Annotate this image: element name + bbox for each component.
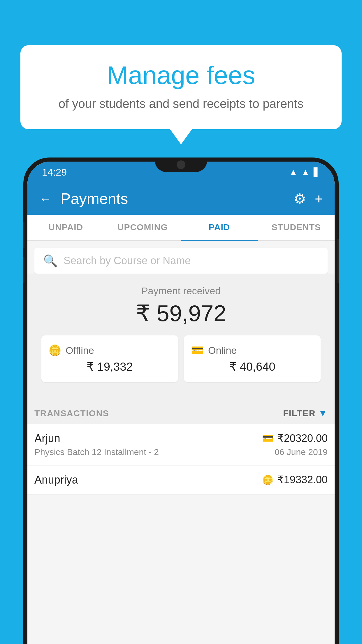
- tab-students[interactable]: STUDENTS: [258, 215, 335, 241]
- app-bar: ← Payments ⚙ +: [27, 183, 335, 215]
- offline-label: Offline: [66, 345, 94, 356]
- add-icon[interactable]: +: [315, 191, 323, 207]
- payment-type-icon: 🪙: [262, 474, 274, 485]
- transaction-amount-wrapper: 🪙 ₹19332.00: [262, 474, 328, 486]
- status-icons: ▲ ▲ ▋: [289, 167, 320, 177]
- phone-screen: 14:29 ▲ ▲ ▋ ← Payments ⚙ + UNPAID UPCO: [27, 162, 335, 644]
- search-icon: 🔍: [43, 254, 58, 268]
- transaction-detail: Physics Batch 12 Installment - 2 06 June…: [34, 447, 328, 457]
- total-payment-amount: ₹ 59,972: [34, 300, 328, 327]
- online-card-header: 💳 Online: [191, 344, 314, 356]
- payment-cards: 🪙 Offline ₹ 19,332 💳 Online ₹ 40,640: [34, 335, 328, 391]
- table-row[interactable]: Anupriya 🪙 ₹19332.00: [27, 466, 335, 495]
- tab-bar: UNPAID UPCOMING PAID STUDENTS: [27, 215, 335, 241]
- page-title: Payments: [61, 190, 285, 207]
- bubble-title: Manage fees: [38, 61, 324, 90]
- phone-frame: 14:29 ▲ ▲ ▋ ← Payments ⚙ + UNPAID UPCO: [23, 158, 339, 644]
- status-time: 14:29: [42, 167, 67, 178]
- search-placeholder: Search by Course or Name: [64, 255, 191, 267]
- bubble-subtitle: of your students and send receipts to pa…: [38, 96, 324, 112]
- filter-icon: ▼: [319, 408, 328, 418]
- main-content: 🔍 Search by Course or Name Payment recei…: [27, 241, 335, 644]
- offline-amount: ₹ 19,332: [48, 360, 171, 373]
- tab-unpaid[interactable]: UNPAID: [27, 215, 104, 241]
- back-button[interactable]: ←: [39, 191, 52, 206]
- front-camera: [177, 160, 185, 169]
- transaction-course: Physics Batch 12 Installment - 2: [34, 447, 159, 457]
- transaction-date: 06 June 2019: [275, 447, 328, 457]
- transactions-header: TRANSACTIONS FILTER ▼: [27, 400, 335, 424]
- volume-down-button: [23, 257, 24, 283]
- filter-button[interactable]: FILTER ▼: [283, 408, 328, 418]
- transaction-amount: ₹19332.00: [277, 474, 328, 486]
- offline-payment-card: 🪙 Offline ₹ 19,332: [41, 335, 178, 382]
- speech-bubble: Manage fees of your students and send re…: [20, 45, 342, 129]
- transaction-row-top: Arjun 💳 ₹20320.00: [34, 432, 328, 445]
- signal-icon: ▲: [301, 167, 310, 177]
- payment-received-label: Payment received: [34, 285, 328, 297]
- online-label: Online: [208, 345, 237, 356]
- transaction-list: Arjun 💳 ₹20320.00 Physics Batch 12 Insta…: [27, 424, 335, 495]
- wifi-icon: ▲: [289, 167, 298, 177]
- tab-upcoming[interactable]: UPCOMING: [104, 215, 181, 241]
- volume-up-button: [23, 222, 24, 248]
- tab-paid[interactable]: PAID: [181, 215, 258, 241]
- transactions-label: TRANSACTIONS: [34, 408, 109, 418]
- online-amount: ₹ 40,640: [191, 360, 314, 373]
- search-bar[interactable]: 🔍 Search by Course or Name: [34, 248, 328, 274]
- table-row[interactable]: Arjun 💳 ₹20320.00 Physics Batch 12 Insta…: [27, 424, 335, 466]
- phone-notch: [155, 158, 207, 172]
- transaction-amount: ₹20320.00: [277, 432, 328, 444]
- online-payment-card: 💳 Online ₹ 40,640: [184, 335, 321, 382]
- transaction-amount-wrapper: 💳 ₹20320.00: [262, 432, 328, 444]
- filter-label: FILTER: [283, 408, 316, 418]
- payment-summary: Payment received ₹ 59,972 🪙 Offline ₹ 19…: [27, 274, 335, 400]
- app-bar-actions: ⚙ +: [294, 190, 323, 207]
- online-icon: 💳: [191, 344, 204, 356]
- settings-icon[interactable]: ⚙: [294, 190, 306, 207]
- power-button: [338, 239, 339, 283]
- transaction-name: Anupriya: [34, 474, 78, 486]
- transaction-row-top: Anupriya 🪙 ₹19332.00: [34, 474, 328, 486]
- transaction-name: Arjun: [34, 432, 60, 445]
- payment-type-icon: 💳: [262, 433, 274, 444]
- offline-icon: 🪙: [48, 344, 61, 356]
- offline-card-header: 🪙 Offline: [48, 344, 171, 356]
- battery-icon: ▋: [314, 167, 320, 177]
